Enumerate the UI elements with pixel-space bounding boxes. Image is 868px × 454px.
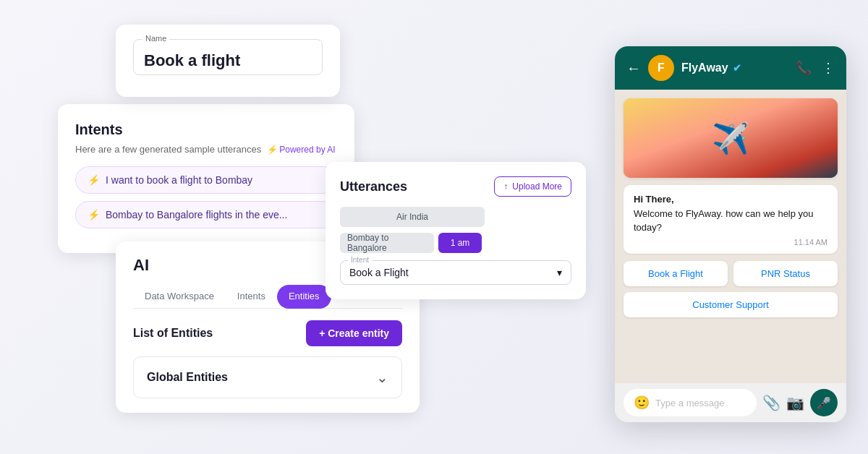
global-entities-row[interactable]: Global Entities ⌄ bbox=[133, 356, 402, 398]
whatsapp-footer: 🙂 Type a message 📎 📷 🎤 bbox=[615, 383, 846, 422]
utterance-bars: Air India Bombay to Bangalore 1 am bbox=[340, 207, 571, 253]
intent-field[interactable]: Intent Book a Flight ▾ bbox=[340, 260, 571, 285]
utterance-item-1[interactable]: ⚡ I want to book a flight to Bombay bbox=[75, 166, 337, 194]
bolt-icon-2: ⚡ bbox=[88, 209, 100, 220]
plane-icon: ✈️ bbox=[712, 121, 749, 156]
verified-icon: ✔ bbox=[733, 62, 741, 74]
card-utterances: Utterances ↑ Upload More Air India Bomba… bbox=[326, 162, 586, 299]
bar-bombay: Bombay to Bangalore bbox=[340, 233, 434, 253]
entities-list-title: List of Entities bbox=[133, 327, 213, 340]
avatar: F bbox=[648, 55, 674, 81]
mic-button[interactable]: 🎤 bbox=[810, 389, 838, 416]
intent-value: Book a Flight bbox=[349, 267, 409, 278]
intents-subtitle: Here are a few generated sample utteranc… bbox=[75, 144, 261, 155]
intent-label: Intent bbox=[348, 256, 372, 264]
global-entities-label: Global Entities bbox=[147, 371, 228, 384]
card-name: Name Book a flight bbox=[116, 25, 340, 97]
upload-more-button[interactable]: ↑ Upload More bbox=[494, 176, 571, 197]
lightning-icon: ⚡ bbox=[267, 145, 278, 155]
message-input-wrap[interactable]: 🙂 Type a message bbox=[624, 389, 757, 416]
tab-intents[interactable]: Intents bbox=[226, 285, 277, 309]
menu-icon[interactable]: ⋮ bbox=[822, 60, 835, 76]
back-icon[interactable]: ← bbox=[626, 60, 641, 77]
customer-support-button[interactable]: Customer Support bbox=[624, 292, 838, 317]
camera-icon[interactable]: 📷 bbox=[786, 394, 804, 411]
emoji-icon[interactable]: 🙂 bbox=[634, 395, 650, 411]
whatsapp-panel: ← F FlyAway ✔ 📞 ⋮ ✈️ Hi There, Wel bbox=[615, 46, 846, 422]
welcome-message-bubble: Hi There, Welcome to FlyAway. how can we… bbox=[624, 185, 838, 254]
name-value: Book a flight bbox=[144, 48, 312, 70]
intents-title: Intents bbox=[75, 121, 337, 138]
utterance-item-2[interactable]: ⚡ Bombay to Bangalore flights in the eve… bbox=[75, 201, 337, 228]
name-field[interactable]: Name Book a flight bbox=[133, 39, 323, 75]
tab-entities[interactable]: Entities bbox=[277, 285, 331, 309]
pnr-status-button[interactable]: PNR Status bbox=[733, 261, 838, 286]
dropdown-icon: ▾ bbox=[557, 267, 562, 278]
create-entity-button[interactable]: + Create entity bbox=[306, 320, 402, 346]
header-icons: 📞 ⋮ bbox=[796, 60, 835, 76]
name-label: Name bbox=[142, 34, 169, 43]
tab-data-workspace[interactable]: Data Workspace bbox=[133, 285, 226, 309]
whatsapp-body: ✈️ Hi There, Welcome to FlyAway. how can… bbox=[615, 90, 846, 383]
message-greeting: Hi There, Welcome to FlyAway. how can we… bbox=[634, 192, 827, 235]
plane-image-card: ✈️ bbox=[624, 98, 838, 178]
mic-icon: 🎤 bbox=[817, 396, 831, 410]
powered-ai-badge: ⚡ Powered by AI bbox=[267, 145, 335, 155]
bar-row-2: Bombay to Bangalore 1 am bbox=[340, 233, 571, 253]
book-flight-button[interactable]: Book a Flight bbox=[624, 261, 728, 286]
attachment-icon[interactable]: 📎 bbox=[762, 394, 780, 411]
upload-icon: ↑ bbox=[503, 181, 508, 192]
phone-icon[interactable]: 📞 bbox=[796, 60, 812, 76]
message-input-placeholder[interactable]: Type a message bbox=[655, 398, 746, 408]
whatsapp-header: ← F FlyAway ✔ 📞 ⋮ bbox=[615, 46, 846, 90]
contact-name: FlyAway ✔ bbox=[681, 61, 788, 74]
chevron-down-icon: ⌄ bbox=[376, 369, 388, 386]
card-intents: Intents Here are a few generated sample … bbox=[58, 104, 354, 253]
utterances-title: Utterances bbox=[340, 179, 407, 194]
bolt-icon-1: ⚡ bbox=[88, 174, 100, 186]
message-time: 11.14 AM bbox=[634, 238, 827, 247]
bar-air-india: Air India bbox=[340, 207, 485, 227]
action-buttons: Book a Flight PNR Status Customer Suppor… bbox=[624, 261, 838, 317]
plane-image: ✈️ bbox=[624, 98, 838, 178]
bar-1am: 1 am bbox=[438, 233, 482, 253]
bar-row-1: Air India bbox=[340, 207, 571, 227]
footer-icons: 📎 📷 bbox=[762, 394, 804, 411]
